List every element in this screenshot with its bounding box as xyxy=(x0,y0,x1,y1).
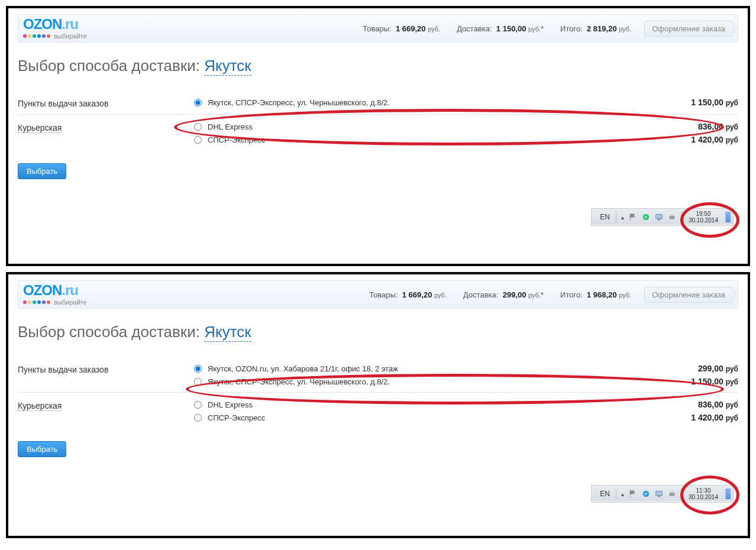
method-pickup-label: Пункты выдачи заказов xyxy=(18,98,194,108)
option-label: Якутск, OZON.ru, ул. Хабарова 21/1г, офи… xyxy=(208,364,398,373)
flag-icon[interactable] xyxy=(629,490,637,498)
logo-dots xyxy=(23,34,50,38)
city-link[interactable]: Якутск xyxy=(204,323,251,342)
method-pickup: Пункты выдачи заказов Якутск, СПСР-Экспр… xyxy=(18,90,738,114)
svg-rect-8 xyxy=(670,493,675,496)
select-button[interactable]: Выбрать xyxy=(18,441,66,457)
courier-option[interactable]: DHL Express 836,00 руб xyxy=(194,122,738,131)
checkout-step-button[interactable]: Оформление заказа xyxy=(644,287,733,303)
logo-text-ru: .ru xyxy=(62,282,78,298)
radio-icon[interactable] xyxy=(194,123,202,131)
checkout-topbar: OZON.ru выбирайте Товары: 1 669,20 руб. … xyxy=(18,14,738,43)
option-label: DHL Express xyxy=(208,122,253,131)
sync-icon[interactable] xyxy=(642,490,650,498)
option-label: СПСР-Экспресс xyxy=(208,135,265,144)
ozon-logo[interactable]: OZON.ru выбирайте xyxy=(23,17,87,40)
courier-option[interactable]: DHL Express 836,00 руб xyxy=(194,400,738,409)
option-label: Якутск, СПСР-Экспресс, ул. Чернышевского… xyxy=(208,98,390,107)
flag-icon[interactable] xyxy=(629,213,637,221)
method-courier: Курьерская DHL Express 836,00 руб СПСР-Э… xyxy=(18,392,738,428)
taskbar-clock[interactable]: 11:30 30.10.2014 xyxy=(684,487,723,500)
screenshot-panel: OZON.ru выбирайте Товары: 1 669,20 руб. … xyxy=(6,6,750,266)
printer-icon[interactable] xyxy=(668,213,676,221)
clock-date: 30.10.2014 xyxy=(689,217,718,224)
summary-delivery: Доставка: 1 150,00 руб.* xyxy=(457,24,544,33)
logo-text-ru: .ru xyxy=(62,16,78,32)
checkout-topbar: OZON.ru выбирайте Товары: 1 669,20 руб. … xyxy=(18,280,738,309)
show-desktop-button[interactable] xyxy=(725,488,731,499)
ozon-logo[interactable]: OZON.ru выбирайте xyxy=(23,283,87,306)
pickup-option[interactable]: Якутск, СПСР-Экспресс, ул. Чернышевского… xyxy=(194,377,738,386)
option-price: 1 150,00 руб xyxy=(661,377,738,386)
radio-icon[interactable] xyxy=(194,378,202,386)
svg-rect-6 xyxy=(656,491,663,496)
summary-delivery: Доставка: 299,00 руб.* xyxy=(463,290,544,299)
method-pickup-label: Пункты выдачи заказов xyxy=(18,364,194,374)
logo-text: OZON xyxy=(23,282,62,298)
logo-slogan: выбирайте xyxy=(54,33,87,40)
device-icon[interactable] xyxy=(655,213,663,221)
svg-rect-3 xyxy=(670,216,675,219)
taskbar-clock[interactable]: 19:50 30.10.2014 xyxy=(684,211,723,224)
screenshot-panel: OZON.ru выбирайте Товары: 1 669,20 руб. … xyxy=(6,272,750,538)
svg-rect-2 xyxy=(657,219,660,221)
device-icon[interactable] xyxy=(655,490,663,498)
radio-icon[interactable] xyxy=(194,414,202,422)
option-price: 836,00 руб xyxy=(661,400,738,409)
pickup-option[interactable]: Якутск, СПСР-Экспресс, ул. Чернышевского… xyxy=(194,98,738,107)
clock-time: 11:30 xyxy=(696,487,710,494)
method-pickup: Пункты выдачи заказов Якутск, OZON.ru, у… xyxy=(18,357,738,392)
language-indicator[interactable]: EN xyxy=(596,490,613,498)
city-link[interactable]: Якутск xyxy=(204,57,251,76)
option-price: 1 420,00 руб xyxy=(661,135,738,144)
svg-rect-7 xyxy=(657,496,660,497)
option-price: 1 150,00 руб xyxy=(661,98,738,107)
svg-rect-1 xyxy=(656,215,663,219)
logo-text: OZON xyxy=(23,16,62,32)
windows-taskbar: EN ▴ 11:30 30.10.2014 xyxy=(591,485,734,503)
option-price: 836,00 руб xyxy=(661,122,738,131)
checkout-step-button[interactable]: Оформление заказа xyxy=(644,21,733,37)
courier-option[interactable]: СПСР-Экспресс 1 420,00 руб xyxy=(194,135,738,144)
windows-taskbar: EN ▴ 19:50 30.10.2014 xyxy=(591,208,734,226)
show-desktop-button[interactable] xyxy=(725,212,731,222)
summary-total: Итого: 1 968,20 руб. xyxy=(560,290,631,299)
method-courier-label: Курьерская xyxy=(18,400,62,411)
pickup-option[interactable]: Якутск, OZON.ru, ул. Хабарова 21/1г, офи… xyxy=(194,364,738,373)
summary-total: Итого: 2 819,20 руб. xyxy=(560,24,631,33)
clock-date: 30.10.2014 xyxy=(689,494,718,500)
printer-icon[interactable] xyxy=(668,490,676,498)
tray-expand-icon[interactable]: ▴ xyxy=(619,214,626,221)
page-title: Выбор способа доставки: Якутск xyxy=(18,323,738,341)
summary-goods: Товары: 1 669,20 руб. xyxy=(369,290,447,299)
tray-expand-icon[interactable]: ▴ xyxy=(619,491,626,497)
option-label: Якутск, СПСР-Экспресс, ул. Чернышевского… xyxy=(208,377,390,386)
option-price: 299,00 руб xyxy=(661,364,738,373)
option-label: СПСР-Экспресс xyxy=(208,413,265,422)
svg-rect-9 xyxy=(670,491,673,493)
svg-rect-4 xyxy=(670,215,673,216)
radio-icon[interactable] xyxy=(194,136,202,144)
summary-goods: Товары: 1 669,20 руб. xyxy=(363,24,440,33)
method-courier: Курьерская DHL Express 836,00 руб СПСР-Э… xyxy=(18,114,738,150)
language-indicator[interactable]: EN xyxy=(596,213,613,221)
option-price: 1 420,00 руб xyxy=(661,413,738,422)
radio-icon[interactable] xyxy=(194,401,202,409)
option-label: DHL Express xyxy=(208,400,253,409)
radio-icon[interactable] xyxy=(194,365,202,373)
courier-option[interactable]: СПСР-Экспресс 1 420,00 руб xyxy=(194,413,738,422)
sync-icon[interactable] xyxy=(642,213,650,221)
select-button[interactable]: Выбрать xyxy=(18,163,66,179)
method-courier-label: Курьерская xyxy=(18,122,62,133)
radio-icon[interactable] xyxy=(194,99,202,106)
logo-dots xyxy=(23,300,50,304)
page-title: Выбор способа доставки: Якутск xyxy=(18,57,738,75)
logo-slogan: выбирайте xyxy=(54,299,87,306)
clock-time: 19:50 xyxy=(696,211,710,217)
